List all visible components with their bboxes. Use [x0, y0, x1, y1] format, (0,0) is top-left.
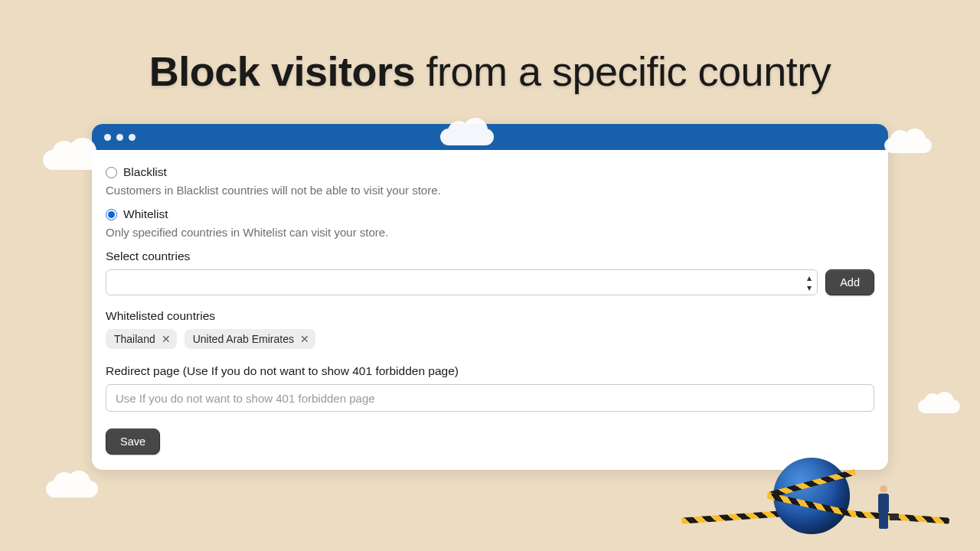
country-tag-label: Thailand — [114, 333, 155, 345]
cloud-decoration — [884, 138, 932, 153]
cloud-decoration — [918, 399, 960, 413]
cloud-decoration — [43, 150, 104, 170]
briefcase-icon — [890, 514, 899, 520]
headline-bold: Block visitors — [149, 48, 415, 94]
option-whitelist-label: Whitelist — [123, 207, 168, 221]
save-button[interactable]: Save — [106, 429, 160, 455]
globe-icon — [773, 458, 850, 534]
window-content: Blacklist Customers in Blacklist countri… — [92, 150, 888, 470]
country-tag-label: United Arab Emirates — [193, 333, 294, 345]
headline-rest: from a specific country — [415, 48, 831, 94]
window-dot — [129, 134, 136, 141]
globe-illustration — [689, 450, 942, 534]
option-whitelist-desc: Only specified countries in Whitelist ca… — [106, 226, 874, 239]
country-select-wrap: ▴▾ — [106, 269, 818, 295]
tape-decoration — [681, 510, 781, 523]
tape-decoration — [850, 510, 949, 523]
country-tag: Thailand✕ — [106, 329, 177, 349]
radio-blacklist[interactable] — [106, 167, 117, 178]
country-tag: United Arab Emirates✕ — [185, 329, 315, 349]
option-whitelist: Whitelist Only specified countries in Wh… — [106, 207, 874, 239]
redirect-input[interactable] — [106, 384, 874, 412]
window-dot — [116, 134, 123, 141]
country-select[interactable] — [106, 269, 818, 295]
radio-whitelist[interactable] — [106, 209, 117, 220]
whitelisted-tags: Thailand✕United Arab Emirates✕ — [106, 329, 874, 349]
option-blacklist: Blacklist Customers in Blacklist countri… — [106, 165, 874, 197]
remove-tag-icon[interactable]: ✕ — [162, 334, 171, 344]
select-row: ▴▾ Add — [106, 269, 874, 295]
person-illustration — [874, 485, 893, 531]
cloud-decoration — [46, 481, 98, 497]
page-headline: Block visitors from a specific country — [0, 0, 980, 95]
option-blacklist-label: Blacklist — [123, 165, 167, 179]
option-blacklist-row[interactable]: Blacklist — [106, 165, 874, 179]
settings-window: Blacklist Customers in Blacklist countri… — [92, 124, 888, 470]
option-blacklist-desc: Customers in Blacklist countries will no… — [106, 184, 874, 197]
whitelisted-label: Whitelisted countries — [106, 309, 874, 323]
remove-tag-icon[interactable]: ✕ — [300, 334, 309, 344]
cloud-decoration — [440, 129, 494, 145]
add-button[interactable]: Add — [825, 269, 874, 295]
select-countries-label: Select countries — [106, 249, 874, 263]
window-dot — [104, 134, 111, 141]
redirect-label: Redirect page (Use If you do not want to… — [106, 364, 874, 378]
option-whitelist-row[interactable]: Whitelist — [106, 207, 874, 221]
